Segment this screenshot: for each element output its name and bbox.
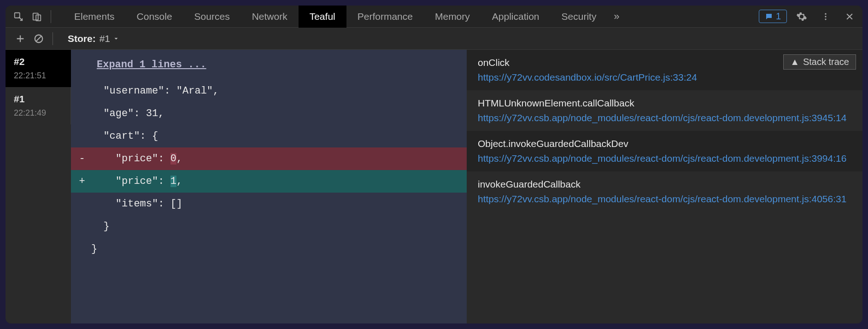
inspect-icon[interactable] <box>9 7 28 26</box>
badge-count: 1 <box>776 11 781 22</box>
diff-line-removed: - "price": 0, <box>71 147 467 170</box>
diff-line-ctx: "items": [] <box>71 193 467 215</box>
store-value: #1 <box>100 33 110 44</box>
diff-line-ctx: "username": "Aral", <box>71 80 467 102</box>
diff-line-ctx: "age": 31, <box>71 102 467 125</box>
divider <box>51 10 51 23</box>
history-time: 22:21:49 <box>14 108 62 118</box>
diff-panel: Expand 1 lines ... "username": "Aral", "… <box>71 50 467 323</box>
diff-line-ctx: } <box>71 238 467 260</box>
history-id: #2 <box>14 56 63 67</box>
stack-frame-link[interactable]: https://y72vv.codesandbox.io/src/CartPri… <box>478 72 851 83</box>
close-icon[interactable] <box>840 7 859 26</box>
tab-performance[interactable]: Performance <box>346 6 424 28</box>
expand-lines-button[interactable]: Expand 1 lines ... <box>71 50 467 80</box>
stack-panel: ▲ Stack trace onClickhttps://y72vv.codes… <box>467 50 862 323</box>
stack-toggle-label: Stack trace <box>803 57 849 67</box>
tabs-container: Elements Console Sources Network Teaful … <box>63 6 759 28</box>
diff-line-ctx: "cart": { <box>71 125 467 147</box>
history-id: #1 <box>14 94 62 105</box>
device-icon[interactable] <box>28 7 46 26</box>
stack-trace-toggle[interactable]: ▲ Stack trace <box>783 54 856 70</box>
clear-icon[interactable] <box>29 29 48 48</box>
diff-line-added: + "price": 1, <box>71 170 467 193</box>
stack-frame-link[interactable]: https://y72vv.csb.app/node_modules/react… <box>478 153 851 164</box>
top-bar: Elements Console Sources Network Teaful … <box>6 6 862 28</box>
more-tabs-icon[interactable]: » <box>607 7 626 26</box>
history-item-2[interactable]: #2 22:21:51 <box>6 50 71 87</box>
stack-frame: HTMLUnknownElement.callCallbackhttps://y… <box>467 90 862 131</box>
history-time: 22:21:51 <box>14 71 63 81</box>
tab-console[interactable]: Console <box>126 6 183 28</box>
stack-frame: invokeGuardedCallbackhttps://y72vv.csb.a… <box>467 171 862 212</box>
tab-security[interactable]: Security <box>551 6 608 28</box>
tab-memory[interactable]: Memory <box>424 6 481 28</box>
svg-point-5 <box>825 18 826 20</box>
tab-network[interactable]: Network <box>241 6 299 28</box>
svg-point-3 <box>825 13 826 14</box>
sub-bar: Store: #1 <box>6 28 862 50</box>
history-item-1[interactable]: #1 22:21:49 <box>6 87 71 124</box>
settings-icon[interactable] <box>792 7 811 26</box>
store-selector[interactable]: #1 <box>100 33 119 44</box>
stack-frame-link[interactable]: https://y72vv.csb.app/node_modules/react… <box>478 112 851 123</box>
tab-application[interactable]: Application <box>481 6 551 28</box>
history-sidebar: #2 22:21:51 #1 22:21:49 <box>6 50 71 323</box>
tab-elements[interactable]: Elements <box>63 6 126 28</box>
kebab-icon[interactable] <box>816 7 835 26</box>
tab-teaful[interactable]: Teaful <box>299 6 346 28</box>
svg-point-4 <box>825 16 826 17</box>
add-icon[interactable] <box>11 29 29 48</box>
diff-line-ctx: } <box>71 215 467 238</box>
right-icons: 1 <box>759 7 859 26</box>
chevron-down-icon <box>113 35 119 42</box>
devtools-window: Elements Console Sources Network Teaful … <box>6 6 862 323</box>
store-label: Store: <box>68 33 96 44</box>
stack-frame: Object.invokeGuardedCallbackDevhttps://y… <box>467 131 862 171</box>
divider <box>53 32 53 45</box>
stack-frame-name: HTMLUnknownElement.callCallback <box>478 98 851 109</box>
stack-frame-link[interactable]: https://y72vv.csb.app/node_modules/react… <box>478 194 851 205</box>
stack-frame-name: Object.invokeGuardedCallbackDev <box>478 138 851 149</box>
messages-badge[interactable]: 1 <box>759 10 787 23</box>
stack-frame-name: invokeGuardedCallback <box>478 179 851 190</box>
content-area: #2 22:21:51 #1 22:21:49 Expand 1 lines .… <box>6 50 862 323</box>
triangle-up-icon: ▲ <box>790 57 799 67</box>
tab-sources[interactable]: Sources <box>183 6 241 28</box>
